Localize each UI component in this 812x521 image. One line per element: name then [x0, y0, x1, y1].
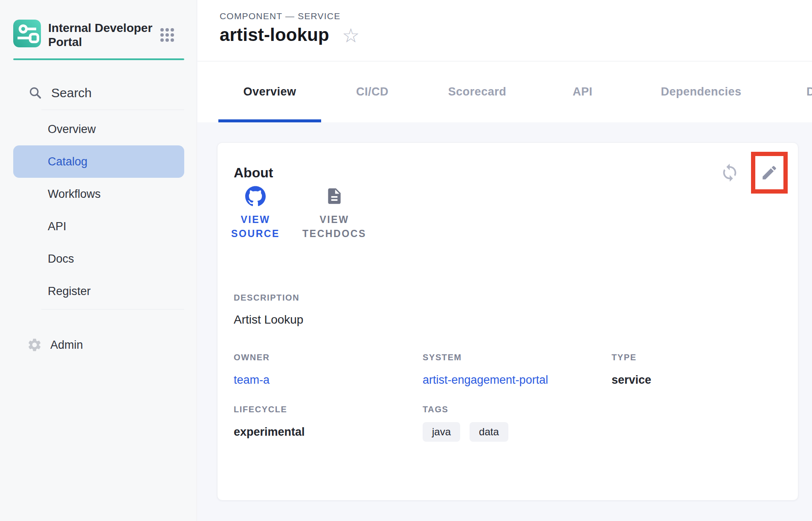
tab-cicd[interactable]: CI/CD — [321, 61, 423, 122]
sidebar-item-docs[interactable]: Docs — [13, 243, 184, 275]
sidebar-item-admin[interactable]: Admin — [23, 335, 177, 355]
system-field: SYSTEM artist-engagement-portal — [423, 353, 612, 387]
portal-logo-icon — [13, 20, 41, 47]
sidebar-item-workflows[interactable]: Workflows — [13, 178, 184, 210]
about-links: VIEW SOURCE VIEW TECHDOCS — [228, 185, 373, 241]
apps-grid-icon[interactable] — [160, 28, 174, 42]
tag-chip[interactable]: data — [470, 422, 508, 442]
sidebar-item-api[interactable]: API — [13, 210, 184, 243]
description-label: DESCRIPTION — [234, 293, 303, 303]
tab-overview[interactable]: Overview — [218, 61, 321, 122]
type-field: TYPE service — [612, 353, 784, 387]
tab-dependencies[interactable]: Dependencies — [634, 61, 768, 122]
tab-clipped-label: D — [806, 85, 812, 98]
tag-chip[interactable]: java — [423, 422, 460, 442]
sidebar-nav: Overview Catalog Workflows API Docs Regi… — [13, 113, 184, 307]
page-title: artist-lookup — [220, 25, 329, 45]
tab-clipped[interactable]: D — [768, 61, 812, 122]
favorite-star-icon[interactable]: ☆ — [342, 25, 360, 45]
gear-icon — [27, 337, 42, 353]
refresh-button[interactable] — [720, 163, 740, 182]
search-label: Search — [51, 86, 92, 100]
system-value-link[interactable]: artist-engagement-portal — [423, 373, 612, 387]
about-card-title: About — [234, 165, 273, 181]
owner-field: OWNER team-a — [234, 353, 423, 387]
about-card-actions — [720, 152, 788, 194]
description-field: DESCRIPTION Artist Lookup — [234, 293, 303, 327]
tab-scorecard[interactable]: Scorecard — [423, 61, 531, 122]
view-techdocs-label: VIEW TECHDOCS — [296, 213, 373, 241]
about-card: About VIEW SOURCE — [217, 142, 798, 501]
entity-header: COMPONENT — SERVICE artist-lookup ☆ — [197, 0, 812, 61]
active-tab-underline — [218, 119, 321, 122]
owner-label: OWNER — [234, 353, 423, 362]
tab-api[interactable]: API — [531, 61, 634, 122]
owner-value-link[interactable]: team-a — [234, 373, 423, 387]
brand: Internal Developer Portal — [13, 20, 155, 49]
type-label: TYPE — [612, 353, 784, 362]
lifecycle-label: LIFECYCLE — [234, 405, 423, 414]
view-source-link[interactable]: VIEW SOURCE — [228, 185, 283, 241]
github-icon — [245, 186, 266, 206]
view-source-label: VIEW SOURCE — [228, 213, 283, 241]
view-techdocs-link[interactable]: VIEW TECHDOCS — [296, 185, 373, 241]
sidebar-item-register[interactable]: Register — [13, 275, 184, 307]
tab-cicd-label: CI/CD — [356, 85, 389, 98]
admin-label: Admin — [50, 339, 83, 352]
sidebar-divider — [41, 110, 184, 110]
tab-api-label: API — [573, 85, 593, 98]
lifecycle-value: experimental — [234, 425, 423, 439]
tags-label: TAGS — [423, 405, 612, 414]
entity-kind-breadcrumb: COMPONENT — SERVICE — [220, 11, 340, 21]
refresh-icon — [720, 163, 740, 182]
tags-field: TAGS java data — [423, 405, 612, 442]
sidebar-divider — [41, 309, 184, 310]
sidebar-item-search[interactable]: Search — [23, 84, 177, 102]
sidebar: Internal Developer Portal Search Overvie… — [0, 0, 197, 521]
edit-button-highlighted[interactable] — [751, 152, 788, 194]
sidebar-item-overview[interactable]: Overview — [13, 113, 184, 145]
description-value: Artist Lookup — [234, 313, 303, 327]
document-icon — [325, 187, 344, 206]
about-fields: OWNER team-a SYSTEM artist-engagement-po… — [234, 353, 784, 442]
type-value: service — [612, 373, 784, 387]
tabs-bar: Overview CI/CD Scorecard API Dependencie… — [197, 61, 812, 122]
tab-overview-label: Overview — [243, 85, 296, 98]
portal-title: Internal Developer Portal — [48, 20, 155, 49]
system-label: SYSTEM — [423, 353, 612, 362]
search-icon — [28, 86, 43, 100]
tab-dependencies-label: Dependencies — [661, 85, 741, 98]
tab-scorecard-label: Scorecard — [448, 85, 507, 98]
sidebar-item-catalog[interactable]: Catalog — [13, 145, 184, 178]
edit-pencil-icon — [760, 164, 778, 182]
brand-accent-rule — [13, 58, 184, 60]
lifecycle-field: LIFECYCLE experimental — [234, 405, 423, 442]
